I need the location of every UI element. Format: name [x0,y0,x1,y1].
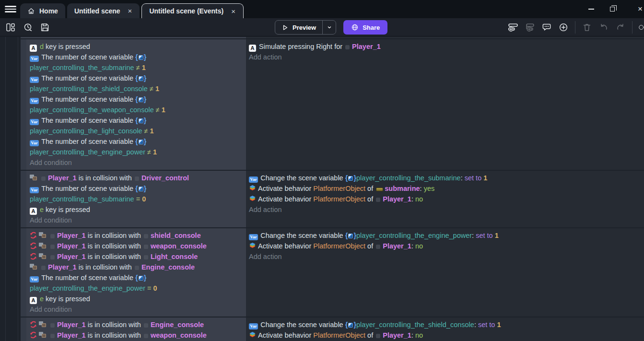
tab-untitled-scene-events[interactable]: Untitled scene (Events) × [141,3,244,18]
condition-row[interactable]: Ae key is pressed [26,294,246,304]
condition-row[interactable]: player_controlling_the_engine_power = 0 [26,283,246,294]
collision-icon [39,330,49,341]
condition-row[interactable]: player_controlling_the_engine_power ≠ 1 [26,147,246,157]
preview-dropdown-button[interactable] [323,24,336,30]
condition-row[interactable]: player_controlling_the_shield_console ≠ … [26,83,246,94]
text-segment: is in collision with [77,263,134,271]
condition-row[interactable]: Player_1 is in collision with Engine_con… [26,262,246,272]
event-drag-handle[interactable] [21,171,26,227]
condition-row[interactable]: Player_1 is in collision with weapon_con… [26,330,246,341]
condition-row[interactable]: VarThe number of scene variable {} [26,115,246,126]
close-tab-icon[interactable]: × [128,7,133,15]
text-segment: weapon_console [151,242,207,250]
action-row[interactable]: Activate behavior PlatformerObject of Pl… [246,194,644,204]
behavior-icon [249,241,258,251]
save-icon[interactable] [38,21,52,34]
text-segment: PlatformerObject [313,185,365,192]
key-icon: A [30,294,40,304]
text-segment: e [40,295,44,303]
condition-row[interactable]: Ad key is pressed [26,41,246,52]
condition-row[interactable]: Player_1 is in collision with weapon_con… [26,241,246,251]
behavior-icon [249,194,258,204]
minimize-button[interactable] [581,0,602,18]
project-manager-icon[interactable] [4,21,17,34]
text-segment: 1 [495,232,499,239]
text-segment: player_controlling_the_weapon_console [30,106,154,114]
condition-row[interactable]: VarThe number of scene variable {} [26,183,246,194]
action-row[interactable]: VarChange the scene variable {}player_co… [246,173,644,183]
objthumb-icon [134,173,141,183]
globe-icon [351,24,359,31]
condition-row[interactable]: player_controlling_the_light_console ≠ 1 [26,126,246,136]
action-row[interactable]: VarChange the scene variable {}player_co… [246,230,644,241]
toolbar: Preview Share [0,18,644,36]
action-row[interactable]: Activate behavior PlatformerObject of Pl… [246,330,644,341]
actions-column: VarChange the scene variable {}player_co… [246,228,644,317]
add-action-button[interactable]: Add action [246,52,644,62]
condition-row[interactable]: VarThe number of scene variable {} [26,73,246,83]
action-row[interactable]: Activate behavior PlatformerObject of su… [246,183,644,194]
action-row[interactable]: Activate behavior PlatformerObject of Pl… [246,241,644,251]
action-row[interactable]: ASimulate pressing Right for Player_1 [246,41,644,52]
text-segment: : [461,174,465,182]
condition-row[interactable]: Ae key is pressed [26,204,246,215]
hamburger-menu-icon[interactable] [5,4,16,14]
condition-row[interactable]: Player_1 is in collision with Light_cons… [26,251,246,262]
search-icon[interactable] [637,21,644,34]
add-comment-icon[interactable] [540,21,553,34]
tab-home[interactable]: Home [20,3,65,18]
trash-icon [580,21,594,34]
condition-row[interactable]: Player_1 is in collision with Driver_con… [26,173,246,183]
condition-row[interactable]: VarThe number of scene variable {} [26,52,246,62]
add-condition-button[interactable]: Add condition [26,215,246,225]
share-button[interactable]: Share [343,20,387,35]
invert-icon [30,330,39,341]
varref-icon: {} [135,73,146,83]
preview-button[interactable]: Preview [275,20,336,35]
close-tab-icon[interactable]: × [231,7,236,15]
condition-row[interactable]: player_controlling_the_submarine ≠ 1 [26,62,246,73]
condition-row[interactable]: Player_1 is in collision with shield_con… [26,230,246,241]
key-icon: A [30,204,40,215]
tab-untitled-scene[interactable]: Untitled scene × [67,3,140,18]
objthumb-icon [49,330,57,341]
event-block: Player_1 is in collision with Driver_con… [21,171,644,227]
restore-button[interactable] [602,0,623,18]
text-segment: weapon_console [151,331,207,339]
titlebar: Home Untitled scene × Untitled scene (Ev… [0,0,644,18]
add-condition-button[interactable]: Add condition [26,157,246,168]
condition-row[interactable]: Player_1 is in collision with Engine_con… [26,319,246,330]
event-drag-handle[interactable] [21,228,26,317]
event-drag-handle[interactable] [21,39,26,170]
text-segment: The number of scene variable [41,138,135,145]
add-condition-button[interactable]: Add condition [26,304,246,315]
text-segment: d [40,43,44,50]
text-segment: Simulate pressing Right for [259,43,344,50]
home-icon [27,7,35,15]
text-segment: Driver_control [141,174,189,182]
text-segment: key is pressed [44,43,90,50]
condition-row[interactable]: VarThe number of scene variable {} [26,272,246,283]
text-segment: player_controlling_the_shield_console [356,321,474,329]
text-segment: set to [478,321,497,329]
condition-row[interactable]: player_controlling_the_weapon_console ≠ … [26,105,246,115]
tab-bar: Home Untitled scene × Untitled scene (Ev… [20,3,246,18]
condition-row[interactable]: player_controlling_the_submarine = 0 [26,194,246,204]
varref-icon: {} [135,94,146,105]
toolbar-center: Preview Share [275,20,387,35]
invert-icon [30,241,39,251]
text-segment: Player_1 [383,242,411,250]
action-row[interactable]: VarChange the scene variable {}player_co… [246,319,644,330]
text-segment: no [415,331,423,339]
text-segment: The number of scene variable [41,117,135,124]
add-circle-icon[interactable] [557,21,570,34]
add-event-icon[interactable] [506,21,520,34]
text-segment: Player_1 [57,242,86,250]
event-drag-handle[interactable] [21,317,26,341]
add-action-button[interactable]: Add action [246,251,644,262]
close-window-button[interactable]: × [623,0,644,18]
condition-row[interactable]: VarThe number of scene variable {} [26,94,246,105]
add-action-button[interactable]: Add action [246,204,644,215]
history-icon[interactable] [21,21,35,34]
condition-row[interactable]: VarThe number of scene variable {} [26,136,246,147]
